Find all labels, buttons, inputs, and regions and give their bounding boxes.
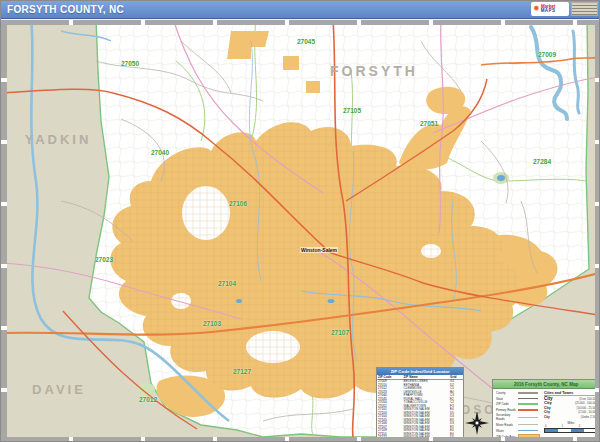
legend-city-class: City(Under 2,500) (544, 415, 598, 419)
legend-city-sample: City (544, 415, 550, 419)
scale-tick: 1 (562, 425, 563, 428)
line-state-swatch (518, 398, 538, 400)
logo-secondary-box (571, 2, 598, 16)
legend-cities-list: City(Over 100,000)City(25,000 - 100,000)… (544, 397, 598, 419)
legend-item: County (496, 391, 540, 395)
map-frame-bottom (1, 437, 600, 442)
map-page: FORSYTHYADKINDAVIEDAVIDSON27045270502700… (0, 0, 600, 442)
legend-item: Minor Roads (496, 423, 540, 427)
title-bar: FORSYTH COUNTY, NC ✹ Market MAPS (1, 1, 600, 19)
legend-cities: Cities and Towns City(Over 100,000)City(… (544, 391, 598, 442)
zip-index-table: ZIP Code Index/Grid Locator ZIP CodeZIP … (376, 367, 464, 442)
legend-item: Secondary Roads (496, 413, 540, 421)
map-frame-left (1, 20, 7, 442)
scale-bar-group: Miles 0124 (544, 421, 598, 433)
legend-item-label: Minor Roads (496, 423, 516, 427)
zip-table-body: 27009BELEWS CREEKG127010BETHANIAD227012C… (377, 380, 463, 442)
line-water-swatch (518, 430, 538, 432)
legend-item-label: State (496, 397, 516, 401)
scale-tick: 0 (545, 425, 546, 428)
marketmaps-logo: ✹ Market MAPS (531, 2, 569, 16)
zip-table-title: ZIP Code Index/Grid Locator (377, 368, 463, 375)
legend-items: CountyStateZIP CodePrimary RoadsSecondar… (496, 391, 540, 442)
zip-table-grid: ZIP CodeZIP NameGrid 27009BELEWS CREEKG1… (377, 375, 463, 442)
scale-tick: 2 (579, 425, 580, 428)
legend-item: Water (496, 429, 540, 433)
logo-burst-icon: ✹ (533, 5, 540, 13)
legend-item-label: Primary Roads (496, 408, 516, 412)
legend-item-label: Secondary Roads (496, 413, 516, 421)
line-minor-swatch (518, 424, 538, 425)
line-primary-swatch (518, 409, 538, 411)
legend-item: Primary Roads (496, 408, 540, 412)
map-frame-right (595, 20, 600, 442)
line-zip-swatch (518, 403, 538, 405)
legend-item: State (496, 397, 540, 401)
legend-item-label: ZIP Code (496, 402, 516, 406)
line-secondary-swatch (518, 417, 538, 419)
legend-item: ZIP Code (496, 402, 540, 406)
line-county-swatch (518, 392, 538, 395)
logo-brand-secondary: MAPS (541, 9, 556, 13)
map-frame-top (1, 20, 600, 25)
legend-item-label: County (496, 391, 516, 395)
compass-rose-icon (464, 409, 490, 437)
page-title: FORSYTH COUNTY, NC (1, 4, 124, 15)
county-map[interactable] (1, 1, 600, 442)
legend-item-label: Water (496, 429, 516, 433)
legend-body: CountyStateZIP CodePrimary RoadsSecondar… (493, 389, 599, 442)
scale-bar (544, 428, 598, 433)
map-legend: 2016 Forsyth County, NC Map CountyStateZ… (492, 379, 600, 441)
logo-text: Market MAPS (541, 5, 556, 13)
legend-title: 2016 Forsyth County, NC Map (493, 380, 599, 389)
